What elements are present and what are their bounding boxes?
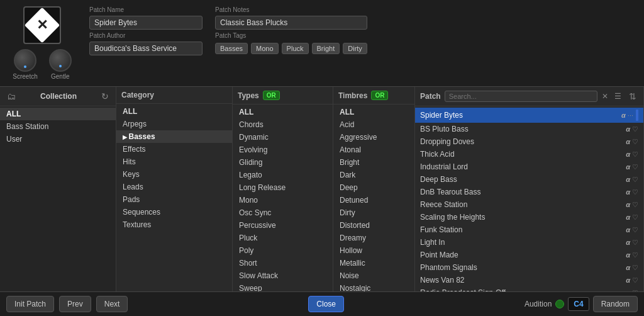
sidebar-item[interactable]: Bass Station [0, 120, 116, 133]
types-item[interactable]: ALL [233, 106, 333, 118]
timbres-item[interactable]: Dirty [333, 206, 414, 219]
patch-list-item[interactable]: BS Pluto Bassα♡ [415, 123, 643, 135]
timbres-item[interactable]: Bright [333, 156, 414, 169]
heart-icon[interactable]: ♡ [632, 213, 638, 222]
category-item[interactable]: Arpegs [116, 118, 232, 130]
patch-list-item[interactable]: Point Madeα♡ [415, 249, 643, 261]
category-item[interactable]: Keys [116, 168, 232, 181]
patch-list-item[interactable]: Light Inα♡ [415, 236, 643, 249]
refresh-icon[interactable]: ↻ [99, 91, 111, 102]
types-item[interactable]: Pluck [233, 232, 333, 244]
patch-notes-value[interactable]: Classic Bass Plucks [215, 16, 367, 30]
patch-name-value[interactable]: Spider Bytes [89, 16, 203, 30]
timbres-item[interactable]: Deep [333, 181, 414, 194]
heart-icon[interactable]: ♡ [632, 264, 638, 272]
init-patch-button[interactable]: Init Patch [6, 296, 54, 312]
patch-item-name: News Van 82 [420, 276, 623, 285]
heart-icon[interactable]: ♡ [632, 163, 638, 171]
timbres-item[interactable]: Hollow [333, 244, 414, 257]
timbres-item[interactable]: Acid [333, 118, 414, 131]
types-item[interactable]: Poly [233, 244, 333, 257]
sidebar-item[interactable]: ALL [0, 108, 116, 120]
heart-icon[interactable]: ♡ [632, 239, 638, 247]
note-display[interactable]: C4 [568, 297, 589, 311]
more-icon[interactable]: ··· [628, 111, 633, 119]
patch-list-item[interactable]: Deep Bassα♡ [415, 173, 643, 186]
sidebar-item[interactable]: User [0, 133, 116, 145]
patch-list-item[interactable]: Reece Stationα♡ [415, 198, 643, 211]
patch-list-item[interactable]: Spider Bytesα··· [415, 108, 643, 123]
heart-icon[interactable]: ♡ [632, 188, 638, 196]
alpha-icon: α [626, 163, 630, 171]
timbres-or-toggle[interactable]: OR [371, 91, 388, 100]
patch-list-item[interactable]: News Van 82α♡ [415, 274, 643, 286]
types-item[interactable]: Sweep [233, 282, 333, 291]
gentle-knob[interactable] [49, 49, 72, 72]
patch-list-item[interactable]: Industrial Lordα♡ [415, 161, 643, 173]
patch-tag[interactable]: Dirty [343, 43, 367, 54]
category-item[interactable]: Effects [116, 143, 232, 155]
heart-icon[interactable]: ♡ [632, 150, 638, 159]
patch-list-item[interactable]: Funk Stationα♡ [415, 223, 643, 236]
timbres-item[interactable]: Nostalgic [333, 282, 414, 291]
category-item[interactable]: Sequences [116, 206, 232, 218]
timbres-item[interactable]: Atonal [333, 144, 414, 156]
audition-toggle[interactable] [555, 300, 564, 308]
types-item[interactable]: Evolving [233, 144, 333, 156]
timbres-item[interactable]: ALL [333, 106, 414, 118]
types-item[interactable]: Mono [233, 194, 333, 206]
sort-icon[interactable]: ⇅ [627, 91, 638, 102]
heart-icon[interactable]: ♡ [632, 176, 638, 184]
timbres-item[interactable]: Noise [333, 269, 414, 282]
heart-icon[interactable]: ♡ [632, 226, 638, 234]
filter-icon[interactable]: ☰ [613, 91, 623, 101]
heart-icon[interactable]: ♡ [632, 138, 638, 146]
types-item[interactable]: Percussive [233, 219, 333, 232]
category-item[interactable]: Textures [116, 218, 232, 231]
heart-icon[interactable]: ♡ [632, 201, 638, 209]
timbres-item[interactable]: Dreamy [333, 232, 414, 244]
patch-list-item[interactable]: DnB Tearout Bassα♡ [415, 186, 643, 198]
timbres-item[interactable]: Distorted [333, 219, 414, 232]
category-item[interactable]: Pads [116, 193, 232, 206]
types-item[interactable]: Short [233, 257, 333, 269]
patch-list-item[interactable]: Thick Acidα♡ [415, 148, 643, 161]
heart-icon[interactable]: ♡ [632, 276, 638, 285]
patch-tag[interactable]: Pluck [282, 43, 309, 54]
timbres-item[interactable]: Dark [333, 169, 414, 181]
patch-list-item[interactable]: Dropping Dovesα♡ [415, 135, 643, 148]
knob1-label: Screetch [13, 73, 37, 80]
timbres-item[interactable]: Metallic [333, 257, 414, 269]
timbres-item[interactable]: Detuned [333, 194, 414, 206]
types-item[interactable]: Legato [233, 169, 333, 181]
patch-tag[interactable]: Bright [312, 43, 340, 54]
close-button[interactable]: Close [308, 296, 344, 312]
types-item[interactable]: Dynamic [233, 131, 333, 144]
folder-icon[interactable]: 🗂 [5, 91, 18, 102]
types-item[interactable]: Slow Attack [233, 269, 333, 282]
patch-list-item[interactable]: Scaling the Heightsα♡ [415, 211, 643, 223]
types-item[interactable]: Long Release [233, 181, 333, 194]
clear-search-icon[interactable]: ✕ [600, 91, 610, 101]
category-item[interactable]: Leads [116, 181, 232, 193]
timbres-item[interactable]: Aggressive [333, 131, 414, 144]
next-button[interactable]: Next [96, 296, 128, 312]
types-item[interactable]: Osc Sync [233, 206, 333, 219]
patch-list-item[interactable]: Radio Broadcast Sign-Offα♡ [415, 286, 643, 291]
prev-button[interactable]: Prev [59, 296, 91, 312]
search-input[interactable] [445, 91, 597, 102]
patch-author-value[interactable]: Boudicca's Bass Service [89, 42, 203, 55]
types-or-toggle[interactable]: OR [263, 91, 280, 100]
types-item[interactable]: Chords [233, 118, 333, 131]
heart-icon[interactable]: ♡ [632, 125, 638, 133]
patch-tag[interactable]: Basses [215, 43, 248, 54]
random-button[interactable]: Random [593, 296, 638, 312]
screetch-knob[interactable] [14, 49, 36, 72]
heart-icon[interactable]: ♡ [632, 251, 638, 259]
category-item[interactable]: Hits [116, 155, 232, 168]
patch-tag[interactable]: Mono [251, 43, 279, 54]
patch-list-item[interactable]: Phantom Signalsα♡ [415, 261, 643, 274]
category-item[interactable]: ▶ Basses [116, 130, 232, 143]
types-item[interactable]: Gliding [233, 156, 333, 169]
category-item[interactable]: ALL [116, 105, 232, 118]
